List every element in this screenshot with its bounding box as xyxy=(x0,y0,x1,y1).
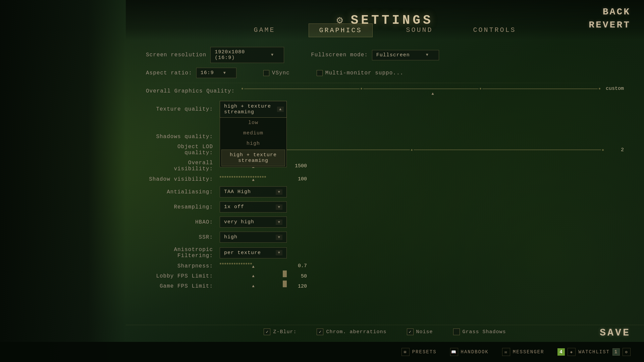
texture-label: Texture quality: xyxy=(146,106,220,112)
q-line-1 xyxy=(244,88,360,89)
noise-checkbox-item[interactable]: ✓ Noise xyxy=(407,328,433,335)
divider-1 xyxy=(146,83,624,83)
q-dot-3 xyxy=(480,88,481,89)
texture-selected-value: high + texture streaming xyxy=(224,104,277,115)
tab-controls[interactable]: CONTROLS xyxy=(467,23,523,37)
resampling-arrow-icon: ▼ xyxy=(276,204,282,210)
game-fps-control: ▲ 120 xyxy=(220,284,624,289)
messenger-group[interactable]: ✉ MESSENGER xyxy=(502,348,544,356)
sharpness-control: ▲ 0.7 xyxy=(220,263,624,269)
shadow-visibility-up-arrow-icon[interactable]: ▲ xyxy=(252,178,254,182)
anisotropic-value: per texture xyxy=(224,250,261,256)
left-panel xyxy=(0,0,126,362)
resampling-dropdown[interactable]: 1x off ▼ xyxy=(220,201,287,213)
back-button[interactable]: BACK xyxy=(603,7,631,17)
lobby-fps-up-arrow-icon[interactable]: ▲ xyxy=(252,274,254,279)
badge-2: 1 xyxy=(612,348,620,356)
anisotropic-dropdown[interactable]: per texture ▼ xyxy=(220,247,287,258)
texture-row: Texture quality: high + texture streamin… xyxy=(146,101,624,118)
quality-slider-container: custom ▲ xyxy=(241,86,624,96)
handbook-group[interactable]: 📖 HANDBOOK xyxy=(450,348,489,356)
aspect-dropdown[interactable]: 16:9 ▼ xyxy=(196,68,236,78)
q-dot-4 xyxy=(599,88,600,89)
texture-option-low[interactable]: low xyxy=(220,118,286,128)
lobby-fps-label: Lobby FPS Limit: xyxy=(146,273,220,279)
watchlist-group[interactable]: 4 ◈ WATCHLIST 1 ⚙ xyxy=(557,348,631,356)
ssr-row: SSR: high ▼ xyxy=(146,232,624,243)
nav-tabs: GAME GRAPHICS SOUND CONTROLS xyxy=(126,20,644,37)
ssr-dropdown[interactable]: high ▼ xyxy=(220,232,287,243)
lobby-fps-control: ▲ 50 xyxy=(220,274,624,279)
texture-dropdown-list: low medium high high + texture streaming xyxy=(220,118,287,167)
tab-graphics[interactable]: GRAPHICS xyxy=(309,23,372,37)
vsync-label: VSync xyxy=(272,70,290,76)
messenger-icon: ✉ xyxy=(502,348,510,356)
sharpness-up-arrow-icon[interactable]: ▲ xyxy=(252,264,254,269)
game-fps-row: Game FPS Limit: ▲ 120 xyxy=(146,283,624,289)
chrom-label: Chrom. aberrations xyxy=(326,329,386,335)
hbao-dropdown[interactable]: very high ▼ xyxy=(220,217,287,228)
multimonitor-checkbox[interactable] xyxy=(317,70,323,76)
watchlist-icon: ◈ xyxy=(568,348,576,356)
zblur-checkbox-item[interactable]: ✓ Z-Blur: xyxy=(264,328,297,335)
tab-game[interactable]: GAME xyxy=(247,23,282,37)
antialiasing-dropdown[interactable]: TAA High ▼ xyxy=(220,186,287,197)
tab-sound[interactable]: SOUND xyxy=(399,23,440,37)
quality-up-arrow-icon[interactable]: ▲ xyxy=(431,92,434,96)
bottom-checkboxes: ✓ Z-Blur: ✓ Chrom. aberrations ✓ Noise G… xyxy=(126,325,644,339)
presets-group[interactable]: ⊞ PRESETS xyxy=(401,348,437,356)
grass-checkbox-item[interactable]: Grass Shadows xyxy=(453,328,506,335)
lod-row: Object LOD quality: 2 xyxy=(146,144,624,156)
resampling-label: Resampling: xyxy=(146,204,220,210)
resolution-dropdown[interactable]: 644x362 (16:9) ▼ xyxy=(210,47,284,63)
aspect-vsync-row: Aspect ratio: 16:9 ▼ VSync Multi-monitor… xyxy=(146,68,624,78)
fullscreen-group: Fullscreen mode: Fullscreen ▼ xyxy=(311,50,439,60)
shadow-visibility-control: ▲ 100 xyxy=(220,176,624,182)
texture-arrow-icon: ▲ xyxy=(277,107,284,112)
lobby-fps-value: 50 xyxy=(287,274,307,279)
shadow-visibility-row: Shadow visibility: xyxy=(146,176,624,182)
resampling-value: 1x off xyxy=(224,204,244,210)
anisotropic-arrow-icon: ▼ xyxy=(276,250,282,255)
handbook-label: HANDBOOK xyxy=(461,349,489,355)
visibility-label: Overall visibility: xyxy=(146,160,220,172)
vsync-checkbox[interactable] xyxy=(263,70,269,76)
fullscreen-label: Fullscreen mode: xyxy=(311,52,368,58)
grass-checkbox[interactable] xyxy=(453,328,460,335)
fullscreen-dropdown[interactable]: Fullscreen ▼ xyxy=(372,50,439,60)
texture-option-high-streaming[interactable]: high + texture streaming xyxy=(221,149,285,166)
handbook-icon: 📖 xyxy=(450,348,458,356)
chrom-checkbox[interactable]: ✓ xyxy=(317,328,323,335)
hbao-value: very high xyxy=(224,219,254,225)
quality-slider-track[interactable] xyxy=(241,88,600,89)
antialiasing-value: TAA High xyxy=(224,189,251,195)
antialiasing-control: TAA High ▼ xyxy=(220,186,624,197)
texture-option-high[interactable]: high xyxy=(220,138,286,149)
badge-1: 4 xyxy=(557,348,565,356)
shadow-visibility-label: Shadow visibility: xyxy=(146,176,220,182)
aspect-arrow-icon: ▼ xyxy=(223,71,226,75)
shadows-row: Shadows quality: xyxy=(146,134,624,140)
texture-option-medium[interactable]: medium xyxy=(220,128,286,138)
texture-control: high + texture streaming ▲ low medium hi… xyxy=(220,101,624,118)
resolution-value: 644x362 (16:9) xyxy=(215,49,268,61)
game-fps-up-arrow-icon[interactable]: ▲ xyxy=(252,284,254,289)
multimonitor-label: Multi-monitor suppo... xyxy=(325,70,404,76)
save-button[interactable]: SAVE xyxy=(600,327,631,339)
vsync-group: VSync xyxy=(263,70,290,76)
top-settings-row: Screen resolution 644x362 (16:9) ▼ Ful… xyxy=(146,47,624,63)
messenger-label: MESSENGER xyxy=(513,349,544,355)
zblur-checkbox[interactable]: ✓ xyxy=(264,328,270,335)
resolution-arrow-icon: ▼ xyxy=(271,53,274,57)
game-fps-value: 120 xyxy=(287,284,307,289)
sharpness-label: Sharpness: xyxy=(146,263,220,269)
antialiasing-arrow-icon: ▼ xyxy=(276,189,282,195)
lod-value: 2 xyxy=(604,147,624,153)
chrom-checkbox-item[interactable]: ✓ Chrom. aberrations xyxy=(317,328,386,335)
bottom-bar: ⊞ PRESETS 📖 HANDBOOK ✉ MESSENGER 4 ◈ WAT… xyxy=(0,342,644,362)
resampling-control: 1x off ▼ xyxy=(220,201,624,213)
texture-dropdown-button[interactable]: high + texture streaming ▲ xyxy=(220,101,287,118)
texture-dropdown-container: high + texture streaming ▲ low medium hi… xyxy=(220,101,287,118)
aspect-value: 16:9 xyxy=(201,70,214,76)
noise-checkbox[interactable]: ✓ xyxy=(407,328,414,335)
